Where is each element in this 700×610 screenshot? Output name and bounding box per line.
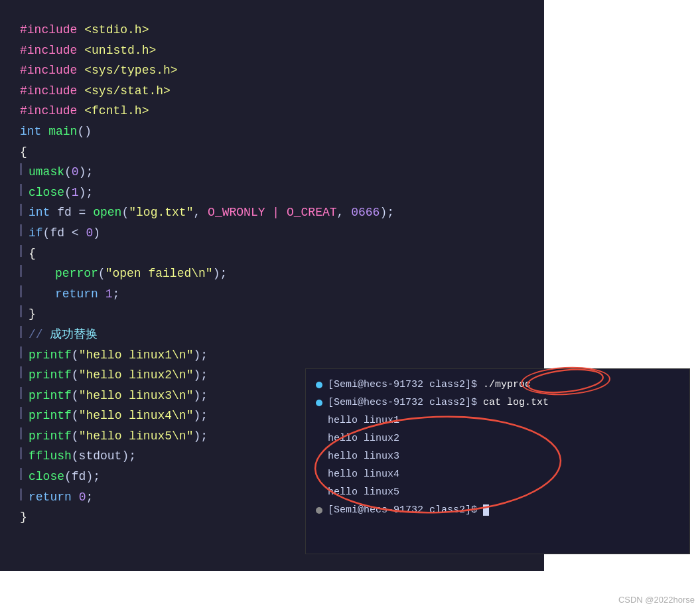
term-line-2: [Semi@hecs-91732 class2]$ cat log.txt	[316, 394, 679, 412]
code-line-5: #include <fcntl.h>	[20, 101, 531, 121]
term-line-4: hello linux2	[316, 429, 679, 447]
code-line-9: close(1);	[20, 183, 531, 203]
indent-bar	[20, 489, 22, 500]
watermark: CSDN @2022horse	[618, 595, 695, 605]
white-right	[544, 0, 700, 368]
code-line-16: // 成功替换	[20, 325, 531, 345]
indent-bar	[20, 245, 22, 257]
indent-bar	[20, 346, 22, 358]
indent-bar	[20, 326, 22, 338]
term-line-6: hello linux4	[316, 465, 679, 483]
indent-bar	[20, 305, 22, 317]
indent-bar	[20, 427, 22, 439]
code-line-14: return 1;	[20, 284, 531, 305]
code-line-17: printf("hello linux1\n");	[20, 345, 531, 366]
terminal-panel: [Semi@hecs-91732 class2]$ ./myproc [Semi…	[305, 368, 690, 554]
indent-bar	[20, 447, 22, 459]
white-bottom	[0, 571, 700, 610]
code-line-3: #include <sys/types.h>	[20, 60, 531, 81]
code-line-11: if(fd < 0)	[20, 223, 531, 244]
terminal-cursor	[483, 504, 489, 516]
code-line-2: #include <unistd.h>	[20, 40, 531, 61]
term-line-5: hello linux3	[316, 447, 679, 465]
indent-bar	[20, 204, 22, 216]
code-line-10: int fd = open("log.txt", O_WRONLY | O_CR…	[20, 202, 531, 223]
terminal-dot-blue-2	[316, 400, 322, 406]
indent-bar	[20, 366, 22, 378]
indent-bar	[20, 387, 22, 399]
indent-bar	[20, 224, 22, 236]
main-container: #include <stdio.h> #include <unistd.h> #…	[0, 0, 700, 610]
code-line-8: umask(0);	[20, 162, 531, 183]
indent-bar	[20, 468, 22, 480]
code-line-1: #include <stdio.h>	[20, 20, 531, 40]
term-line-1: [Semi@hecs-91732 class2]$ ./myproc	[316, 376, 679, 394]
terminal-dot-blue-1	[316, 382, 322, 388]
code-line-15: }	[20, 304, 531, 325]
code-line-13: perror("open failed\n");	[20, 264, 531, 284]
code-line-4: #include <sys/stat.h>	[20, 81, 531, 102]
indent-bar	[20, 163, 22, 175]
terminal-dot-gray	[316, 507, 322, 514]
indent-bar	[20, 285, 22, 297]
indent-bar	[20, 184, 22, 196]
code-line-12: {	[20, 244, 531, 264]
code-line-6: int main()	[20, 121, 531, 142]
indent-bar	[20, 407, 22, 419]
term-line-7: hello linux5	[316, 483, 679, 501]
code-line-7: {	[20, 142, 531, 163]
indent-bar	[20, 265, 22, 277]
term-line-3: hello linux1	[316, 412, 679, 429]
term-line-8: [Semi@hecs-91732 class2]$	[316, 501, 679, 519]
